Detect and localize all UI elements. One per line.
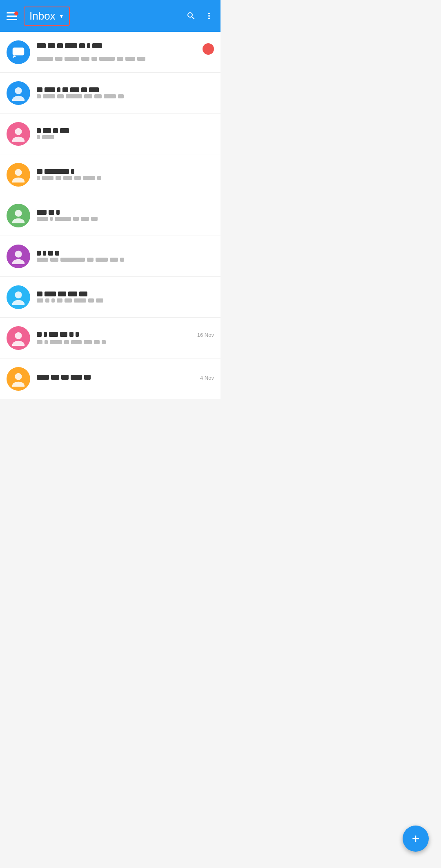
svg-point-10	[12, 177, 24, 182]
message-header	[37, 128, 214, 133]
svg-point-14	[12, 259, 24, 264]
message-content	[37, 210, 214, 221]
svg-marker-4	[13, 55, 17, 58]
svg-point-2	[18, 50, 20, 52]
conversation-item[interactable]	[0, 277, 220, 318]
message-preview	[37, 135, 214, 139]
conversation-item[interactable]: 4 Nov	[0, 358, 220, 399]
svg-point-18	[12, 341, 24, 345]
message-header	[37, 169, 214, 174]
app-header: Inbox ▼	[0, 0, 220, 32]
conversation-item[interactable]	[0, 73, 220, 114]
message-time: 16 Nov	[197, 332, 214, 338]
sender-name	[37, 375, 197, 380]
message-preview	[37, 340, 214, 344]
svg-point-20	[12, 381, 24, 386]
message-header	[37, 87, 214, 92]
menu-button[interactable]	[7, 12, 17, 20]
message-preview	[37, 298, 214, 303]
svg-point-7	[15, 128, 22, 135]
conversation-item[interactable]	[0, 195, 220, 236]
message-preview	[37, 94, 214, 98]
svg-point-12	[12, 218, 24, 223]
dropdown-arrow-icon: ▼	[59, 13, 65, 19]
message-content	[37, 128, 214, 139]
message-content: 16 Nov	[37, 332, 214, 344]
conversation-item[interactable]: 16 Nov	[0, 318, 220, 358]
message-preview	[37, 176, 214, 180]
avatar	[7, 285, 30, 309]
message-content	[37, 251, 214, 262]
avatar	[7, 81, 30, 105]
svg-point-16	[12, 300, 24, 305]
message-content	[37, 292, 214, 303]
unread-badge	[203, 43, 214, 55]
avatar	[7, 122, 30, 146]
avatar	[7, 40, 30, 64]
message-header: 4 Nov	[37, 375, 214, 381]
sender-name	[37, 292, 214, 296]
conversation-item[interactable]	[0, 236, 220, 277]
svg-point-15	[15, 291, 22, 298]
avatar	[7, 163, 30, 187]
sender-name	[37, 87, 214, 92]
svg-point-17	[15, 332, 22, 339]
svg-point-13	[15, 250, 22, 257]
notification-dot	[14, 11, 18, 16]
inbox-dropdown[interactable]: Inbox ▼	[24, 7, 70, 26]
message-header: 16 Nov	[37, 332, 214, 338]
avatar	[7, 326, 30, 350]
message-header	[37, 292, 214, 296]
message-list: 16 Nov 4 Nov	[0, 32, 220, 399]
message-content	[37, 87, 214, 98]
message-content	[37, 43, 214, 61]
avatar	[7, 204, 30, 227]
svg-point-8	[12, 136, 24, 141]
avatar	[7, 367, 30, 391]
conversation-item[interactable]	[0, 114, 220, 154]
sender-name	[37, 43, 199, 48]
more-options-button[interactable]	[204, 11, 214, 21]
search-button[interactable]	[186, 11, 196, 21]
svg-point-11	[15, 209, 22, 216]
message-preview	[37, 258, 214, 262]
sender-name	[37, 128, 214, 133]
message-header	[37, 43, 214, 55]
svg-point-3	[20, 50, 22, 52]
conversation-item[interactable]	[0, 32, 220, 73]
message-content	[37, 169, 214, 180]
message-header	[37, 251, 214, 256]
conversation-item[interactable]	[0, 154, 220, 195]
svg-point-5	[15, 87, 22, 94]
message-time: 4 Nov	[200, 375, 214, 381]
sender-name	[37, 251, 214, 256]
inbox-title: Inbox	[29, 10, 56, 22]
message-preview	[37, 217, 214, 221]
message-content: 4 Nov	[37, 375, 214, 383]
message-preview	[37, 57, 214, 61]
avatar	[7, 245, 30, 268]
svg-point-1	[15, 50, 17, 52]
message-header	[37, 210, 214, 215]
svg-point-19	[15, 373, 22, 380]
sender-name	[37, 332, 194, 337]
svg-point-9	[15, 169, 22, 176]
sender-name	[37, 210, 214, 215]
svg-point-6	[12, 96, 24, 100]
sender-name	[37, 169, 214, 174]
